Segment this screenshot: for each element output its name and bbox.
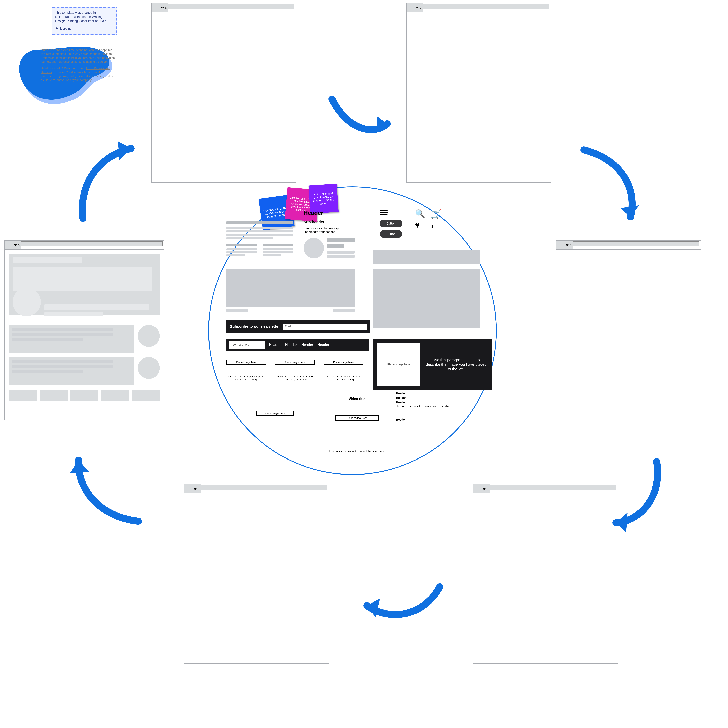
- home-icon[interactable]: ⌂: [420, 6, 422, 9]
- hamburger-icon[interactable]: [380, 210, 388, 216]
- wf-chip: [101, 390, 129, 401]
- browser-frame-5[interactable]: ←→⟳⌂: [184, 484, 329, 664]
- wf-chip: [40, 390, 67, 401]
- attribution-text: This template was created in collaborati…: [55, 11, 113, 23]
- nav-item[interactable]: Header: [285, 343, 297, 347]
- cycle-arrow-2: [577, 141, 647, 229]
- kit-image-slot[interactable]: Place image here: [256, 411, 294, 416]
- home-icon[interactable]: ⌂: [165, 6, 167, 9]
- kit-image-card: Place image here Use this as a sub-parag…: [324, 359, 363, 381]
- kit-avatar-circle: [304, 238, 324, 258]
- sticky-note-purple[interactable]: Hold option and drag to copy an element …: [308, 184, 338, 214]
- url-bar[interactable]: [168, 4, 294, 9]
- back-icon[interactable]: ←: [6, 243, 9, 247]
- forward-icon[interactable]: →: [479, 487, 482, 491]
- browser-frame-6[interactable]: ←→⟳⌂: [5, 240, 164, 420]
- kit-image-box-wide: [373, 251, 480, 264]
- cart-icon[interactable]: 🛒: [431, 210, 442, 219]
- kit-text-block: [226, 221, 294, 256]
- back-icon[interactable]: ←: [558, 243, 561, 247]
- home-icon[interactable]: ⌂: [487, 487, 488, 491]
- kit-nav-bar: Insert logo here Header Header Header He…: [226, 338, 369, 351]
- kit-image-card: Place image here Use this as a sub-parag…: [275, 359, 315, 381]
- url-bar[interactable]: [490, 485, 616, 490]
- cycle-arrow-6: [73, 137, 148, 227]
- wf-hero-block: [9, 254, 160, 315]
- home-icon[interactable]: ⌂: [198, 487, 199, 491]
- logo-slot[interactable]: Insert logo here: [229, 341, 265, 349]
- forward-icon[interactable]: →: [190, 487, 193, 491]
- heart-icon[interactable]: ♥: [415, 221, 427, 230]
- nav-item[interactable]: Header: [318, 343, 329, 347]
- wf-card: [9, 325, 133, 353]
- kit-image-box-big: [373, 269, 480, 327]
- kit-icons: 🔍 🛒 ♥ ›: [415, 210, 442, 230]
- video-slot[interactable]: Place Video Here: [335, 415, 379, 421]
- cycle-arrow-1: [326, 87, 399, 148]
- back-icon[interactable]: ←: [153, 6, 156, 9]
- wf-chip: [9, 390, 37, 401]
- kit-header-block: Header Sub-header Use this as a sub-para…: [304, 210, 355, 258]
- kit-image-card: Place image here Use this as a sub-parag…: [226, 359, 266, 381]
- forward-icon[interactable]: →: [562, 243, 565, 247]
- wf-chip: [70, 390, 98, 401]
- wf-chip: [132, 390, 160, 401]
- newsletter-input[interactable]: [283, 324, 367, 330]
- svg-marker-1: [620, 205, 639, 217]
- kit-header: Header: [304, 210, 355, 216]
- cycle-arrow-3: [604, 453, 665, 534]
- forward-icon[interactable]: →: [157, 6, 160, 9]
- browser-frame-2[interactable]: ←→⟳⌂: [406, 3, 551, 183]
- intro-paragraph: Innovation isn't a one-time event, nor c…: [41, 48, 115, 82]
- url-bar[interactable]: [21, 242, 163, 246]
- reload-icon[interactable]: ⟳: [194, 487, 197, 491]
- back-icon[interactable]: ←: [475, 487, 478, 491]
- forward-icon[interactable]: →: [10, 243, 13, 247]
- svg-marker-2: [616, 512, 627, 533]
- nav-item[interactable]: Header: [301, 343, 313, 347]
- browser-nav: ← → ⟳ ⌂: [152, 3, 168, 12]
- cycle-arrow-4: [349, 577, 448, 629]
- browser-frame-4[interactable]: ←→⟳⌂: [473, 484, 618, 664]
- svg-marker-4: [70, 460, 89, 473]
- kit-subpara: Use this as a sub-paragraph underneath y…: [304, 227, 355, 234]
- reload-icon[interactable]: ⟳: [161, 6, 164, 9]
- kit-controls: Button Button: [380, 210, 402, 238]
- kit-subheader: Sub-header: [304, 220, 355, 224]
- wf-avatar: [138, 357, 160, 379]
- home-icon[interactable]: ⌂: [18, 243, 20, 247]
- kit-hero-card: Place image here Use this paragraph spac…: [373, 338, 491, 390]
- reload-icon[interactable]: ⟳: [14, 243, 17, 247]
- back-icon[interactable]: ←: [408, 6, 411, 9]
- chevron-right-icon[interactable]: ›: [431, 221, 442, 230]
- hero-image-slot[interactable]: Place image here: [377, 343, 421, 386]
- forward-icon[interactable]: →: [412, 6, 415, 9]
- nav-item[interactable]: Header: [269, 343, 281, 347]
- search-icon[interactable]: 🔍: [415, 210, 427, 219]
- wf-card: [9, 357, 133, 385]
- reload-icon[interactable]: ⟳: [483, 487, 486, 491]
- browser-frame-1[interactable]: ← → ⟳ ⌂: [151, 3, 296, 183]
- lucid-logo: ✦ Lucid: [55, 26, 113, 31]
- kit-dropdown-plan: Header Header Header Use this to plan ou…: [396, 392, 449, 421]
- newsletter-label: Subscribe to our newsletter: [230, 324, 280, 329]
- browser-frame-3[interactable]: ←→⟳⌂: [556, 240, 701, 420]
- wf-avatar: [138, 325, 160, 347]
- url-bar[interactable]: [423, 4, 549, 9]
- kit-image-box-large: [226, 269, 355, 307]
- url-bar[interactable]: [573, 242, 699, 246]
- hero-caption: Use this paragraph space to describe the…: [425, 358, 488, 371]
- kit-newsletter-bar: Subscribe to our newsletter: [226, 320, 370, 333]
- kit-button[interactable]: Button: [380, 230, 402, 238]
- cycle-arrow-5: [63, 440, 150, 530]
- kit-button[interactable]: Button: [380, 220, 402, 227]
- attribution-box: This template was created in collaborati…: [52, 7, 117, 35]
- kit-video-block: Video title Place Video Here Insert a si…: [329, 397, 385, 453]
- back-icon[interactable]: ←: [186, 487, 189, 491]
- home-icon[interactable]: ⌂: [570, 243, 572, 247]
- reload-icon[interactable]: ⟳: [566, 243, 569, 247]
- url-bar[interactable]: [201, 485, 327, 490]
- reload-icon[interactable]: ⟳: [416, 6, 419, 9]
